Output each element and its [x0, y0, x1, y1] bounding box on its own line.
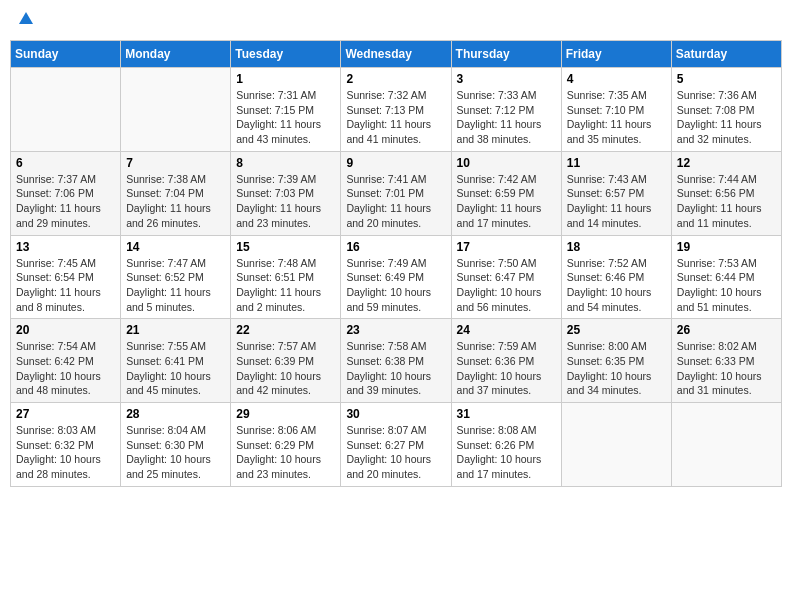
day-number: 21 [126, 323, 225, 337]
calendar-cell: 30Sunrise: 8:07 AMSunset: 6:27 PMDayligh… [341, 403, 451, 487]
day-number: 7 [126, 156, 225, 170]
day-number: 18 [567, 240, 666, 254]
calendar-cell: 12Sunrise: 7:44 AMSunset: 6:56 PMDayligh… [671, 151, 781, 235]
day-info: Sunrise: 7:35 AMSunset: 7:10 PMDaylight:… [567, 88, 666, 147]
day-number: 22 [236, 323, 335, 337]
calendar-cell: 24Sunrise: 7:59 AMSunset: 6:36 PMDayligh… [451, 319, 561, 403]
week-row-2: 13Sunrise: 7:45 AMSunset: 6:54 PMDayligh… [11, 235, 782, 319]
week-row-1: 6Sunrise: 7:37 AMSunset: 7:06 PMDaylight… [11, 151, 782, 235]
col-friday: Friday [561, 41, 671, 68]
day-number: 9 [346, 156, 445, 170]
calendar-cell: 26Sunrise: 8:02 AMSunset: 6:33 PMDayligh… [671, 319, 781, 403]
day-info: Sunrise: 8:07 AMSunset: 6:27 PMDaylight:… [346, 423, 445, 482]
day-number: 30 [346, 407, 445, 421]
day-number: 31 [457, 407, 556, 421]
day-number: 25 [567, 323, 666, 337]
day-number: 5 [677, 72, 776, 86]
day-info: Sunrise: 8:00 AMSunset: 6:35 PMDaylight:… [567, 339, 666, 398]
day-info: Sunrise: 7:50 AMSunset: 6:47 PMDaylight:… [457, 256, 556, 315]
calendar-cell: 27Sunrise: 8:03 AMSunset: 6:32 PMDayligh… [11, 403, 121, 487]
col-sunday: Sunday [11, 41, 121, 68]
calendar-cell: 18Sunrise: 7:52 AMSunset: 6:46 PMDayligh… [561, 235, 671, 319]
day-info: Sunrise: 7:32 AMSunset: 7:13 PMDaylight:… [346, 88, 445, 147]
day-info: Sunrise: 7:45 AMSunset: 6:54 PMDaylight:… [16, 256, 115, 315]
calendar-cell: 20Sunrise: 7:54 AMSunset: 6:42 PMDayligh… [11, 319, 121, 403]
day-info: Sunrise: 7:49 AMSunset: 6:49 PMDaylight:… [346, 256, 445, 315]
day-number: 2 [346, 72, 445, 86]
day-info: Sunrise: 7:38 AMSunset: 7:04 PMDaylight:… [126, 172, 225, 231]
day-info: Sunrise: 8:06 AMSunset: 6:29 PMDaylight:… [236, 423, 335, 482]
day-number: 14 [126, 240, 225, 254]
calendar-body: 1Sunrise: 7:31 AMSunset: 7:15 PMDaylight… [11, 68, 782, 487]
day-number: 23 [346, 323, 445, 337]
day-info: Sunrise: 7:54 AMSunset: 6:42 PMDaylight:… [16, 339, 115, 398]
day-info: Sunrise: 7:39 AMSunset: 7:03 PMDaylight:… [236, 172, 335, 231]
day-number: 6 [16, 156, 115, 170]
calendar-cell: 16Sunrise: 7:49 AMSunset: 6:49 PMDayligh… [341, 235, 451, 319]
calendar-cell: 1Sunrise: 7:31 AMSunset: 7:15 PMDaylight… [231, 68, 341, 152]
header-row: Sunday Monday Tuesday Wednesday Thursday… [11, 41, 782, 68]
page-header [10, 10, 782, 32]
calendar-cell: 23Sunrise: 7:58 AMSunset: 6:38 PMDayligh… [341, 319, 451, 403]
calendar-cell: 2Sunrise: 7:32 AMSunset: 7:13 PMDaylight… [341, 68, 451, 152]
calendar-cell: 29Sunrise: 8:06 AMSunset: 6:29 PMDayligh… [231, 403, 341, 487]
calendar-cell [11, 68, 121, 152]
day-info: Sunrise: 7:55 AMSunset: 6:41 PMDaylight:… [126, 339, 225, 398]
day-number: 27 [16, 407, 115, 421]
day-info: Sunrise: 7:44 AMSunset: 6:56 PMDaylight:… [677, 172, 776, 231]
day-info: Sunrise: 7:42 AMSunset: 6:59 PMDaylight:… [457, 172, 556, 231]
calendar-cell: 3Sunrise: 7:33 AMSunset: 7:12 PMDaylight… [451, 68, 561, 152]
day-info: Sunrise: 7:37 AMSunset: 7:06 PMDaylight:… [16, 172, 115, 231]
day-number: 13 [16, 240, 115, 254]
day-number: 3 [457, 72, 556, 86]
day-info: Sunrise: 7:57 AMSunset: 6:39 PMDaylight:… [236, 339, 335, 398]
day-number: 15 [236, 240, 335, 254]
calendar-cell: 28Sunrise: 8:04 AMSunset: 6:30 PMDayligh… [121, 403, 231, 487]
day-number: 24 [457, 323, 556, 337]
logo-icon [17, 10, 35, 32]
calendar-header: Sunday Monday Tuesday Wednesday Thursday… [11, 41, 782, 68]
day-info: Sunrise: 7:36 AMSunset: 7:08 PMDaylight:… [677, 88, 776, 147]
day-info: Sunrise: 8:02 AMSunset: 6:33 PMDaylight:… [677, 339, 776, 398]
day-info: Sunrise: 8:08 AMSunset: 6:26 PMDaylight:… [457, 423, 556, 482]
logo [14, 10, 35, 32]
col-thursday: Thursday [451, 41, 561, 68]
calendar-cell: 13Sunrise: 7:45 AMSunset: 6:54 PMDayligh… [11, 235, 121, 319]
calendar-cell [121, 68, 231, 152]
day-info: Sunrise: 8:03 AMSunset: 6:32 PMDaylight:… [16, 423, 115, 482]
day-info: Sunrise: 7:52 AMSunset: 6:46 PMDaylight:… [567, 256, 666, 315]
calendar-cell: 15Sunrise: 7:48 AMSunset: 6:51 PMDayligh… [231, 235, 341, 319]
calendar-cell: 9Sunrise: 7:41 AMSunset: 7:01 PMDaylight… [341, 151, 451, 235]
calendar-cell: 6Sunrise: 7:37 AMSunset: 7:06 PMDaylight… [11, 151, 121, 235]
day-number: 29 [236, 407, 335, 421]
day-number: 16 [346, 240, 445, 254]
day-number: 8 [236, 156, 335, 170]
col-saturday: Saturday [671, 41, 781, 68]
calendar-cell [561, 403, 671, 487]
day-info: Sunrise: 7:41 AMSunset: 7:01 PMDaylight:… [346, 172, 445, 231]
svg-marker-0 [19, 12, 33, 24]
col-wednesday: Wednesday [341, 41, 451, 68]
calendar-cell: 8Sunrise: 7:39 AMSunset: 7:03 PMDaylight… [231, 151, 341, 235]
calendar-cell: 21Sunrise: 7:55 AMSunset: 6:41 PMDayligh… [121, 319, 231, 403]
day-number: 19 [677, 240, 776, 254]
day-info: Sunrise: 7:31 AMSunset: 7:15 PMDaylight:… [236, 88, 335, 147]
day-info: Sunrise: 7:53 AMSunset: 6:44 PMDaylight:… [677, 256, 776, 315]
day-number: 28 [126, 407, 225, 421]
day-info: Sunrise: 7:59 AMSunset: 6:36 PMDaylight:… [457, 339, 556, 398]
day-info: Sunrise: 7:33 AMSunset: 7:12 PMDaylight:… [457, 88, 556, 147]
calendar-cell: 31Sunrise: 8:08 AMSunset: 6:26 PMDayligh… [451, 403, 561, 487]
calendar-cell: 11Sunrise: 7:43 AMSunset: 6:57 PMDayligh… [561, 151, 671, 235]
day-info: Sunrise: 8:04 AMSunset: 6:30 PMDaylight:… [126, 423, 225, 482]
day-info: Sunrise: 7:47 AMSunset: 6:52 PMDaylight:… [126, 256, 225, 315]
day-number: 20 [16, 323, 115, 337]
day-info: Sunrise: 7:48 AMSunset: 6:51 PMDaylight:… [236, 256, 335, 315]
calendar-cell: 22Sunrise: 7:57 AMSunset: 6:39 PMDayligh… [231, 319, 341, 403]
week-row-4: 27Sunrise: 8:03 AMSunset: 6:32 PMDayligh… [11, 403, 782, 487]
calendar-cell: 17Sunrise: 7:50 AMSunset: 6:47 PMDayligh… [451, 235, 561, 319]
day-number: 1 [236, 72, 335, 86]
calendar-cell: 25Sunrise: 8:00 AMSunset: 6:35 PMDayligh… [561, 319, 671, 403]
day-info: Sunrise: 7:43 AMSunset: 6:57 PMDaylight:… [567, 172, 666, 231]
day-info: Sunrise: 7:58 AMSunset: 6:38 PMDaylight:… [346, 339, 445, 398]
calendar-cell: 19Sunrise: 7:53 AMSunset: 6:44 PMDayligh… [671, 235, 781, 319]
